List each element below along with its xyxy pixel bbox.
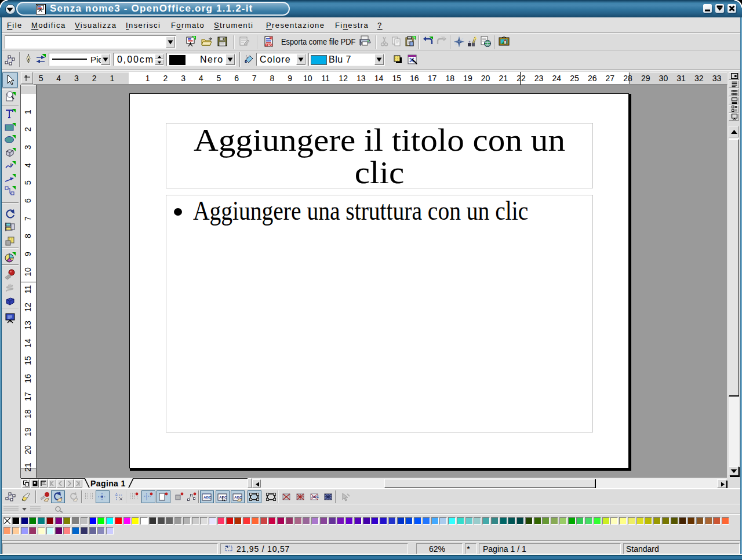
svg-text:ABC: ABC xyxy=(234,495,242,499)
svg-text:ABC: ABC xyxy=(203,495,212,499)
